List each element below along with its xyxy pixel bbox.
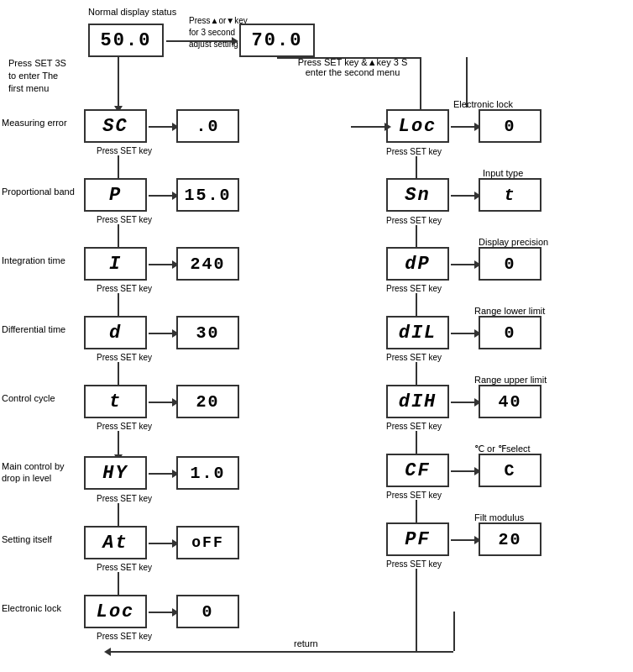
arrow-d-to-val	[149, 333, 174, 334]
arrow-sc-to-val	[149, 126, 174, 128]
lcd-dil-value: 0	[479, 316, 541, 349]
control-cycle-label: Control cycle	[2, 393, 55, 403]
lcd-d-value: 30	[176, 316, 239, 349]
lcd-sc-value: .0	[176, 109, 239, 143]
normal-display-label: Normal display status	[88, 7, 176, 17]
range-upper-label: Range upper limit	[474, 375, 547, 385]
lcd-i-param: I	[84, 247, 147, 281]
lcd-t-value: 20	[176, 385, 239, 418]
main-control-label: Main control bydrop in level	[2, 460, 65, 484]
setting-itself-label: Setting itself	[2, 534, 52, 544]
electronic-lock-right-label: Electronic lock	[453, 99, 513, 109]
lcd-hy-value: 1.0	[176, 456, 239, 490]
lcd-normal-status: 50.0	[88, 24, 164, 57]
line-down-to-return	[416, 569, 417, 651]
press-set-r6: Press SET key	[386, 491, 442, 500]
lcd-dp-value: 0	[479, 247, 541, 281]
lcd-sn-value: t	[479, 178, 541, 212]
lcd-dil-param: dIL	[386, 316, 449, 349]
arrow-down-r6	[416, 500, 417, 525]
arrow-loc-left-to-val	[149, 612, 174, 613]
lcd-cf-value: C	[479, 454, 541, 487]
lcd-loc-right-param: Loc	[386, 109, 449, 143]
arrow-down-2	[118, 224, 119, 249]
lcd-adjust-value: 70.0	[239, 24, 315, 57]
lcd-d-param: d	[84, 316, 147, 349]
press-set-up-label: Press SET key &▲key 3 Senter the second …	[260, 57, 445, 77]
press-set-3s-label: Press SET 3Sto enter Thefirst menu	[8, 57, 66, 95]
arrow-p-to-val	[149, 195, 174, 197]
lcd-dih-value: 40	[479, 385, 541, 418]
lcd-t-param: t	[84, 385, 147, 418]
filt-modulus-label: Filt modulus	[474, 512, 524, 522]
arrow-at-to-val	[149, 543, 174, 544]
press-set-3: Press SET key	[97, 284, 152, 293]
proportional-label: Proportional band	[2, 186, 75, 197]
arrow-down-4	[118, 362, 119, 387]
arrow-dp-to-val	[451, 264, 476, 265]
arrow-down-6	[118, 503, 119, 528]
arrow-dih-to-val	[451, 402, 476, 403]
lcd-loc-left-param: Loc	[84, 595, 147, 628]
input-type-label: Input type	[483, 168, 523, 178]
press-set-r4: Press SET key	[386, 353, 442, 362]
lcd-cf-param: CF	[386, 454, 449, 487]
electronic-lock-left-label: Electronic lock	[2, 603, 61, 613]
arrow-down-1	[118, 155, 119, 181]
arrow-i-to-val	[149, 264, 174, 265]
differential-label: Differential time	[2, 324, 65, 334]
arrow-down-r3	[416, 293, 417, 318]
press-set-2: Press SET key	[97, 215, 152, 224]
arrow-t-to-val	[149, 402, 174, 403]
arrow-down-7	[118, 572, 119, 597]
return-label: return	[294, 638, 318, 648]
arrow-down-5	[118, 431, 119, 456]
return-line-h	[118, 651, 453, 653]
lcd-dp-param: dP	[386, 247, 449, 281]
arrow-cf-to-val	[451, 470, 476, 472]
lcd-at-param: At	[84, 526, 147, 559]
press-set-r2: Press SET key	[386, 216, 442, 225]
press-set-r5: Press SET key	[386, 422, 442, 431]
arrow-pf-to-val	[451, 539, 476, 541]
diagram: Normal display status 50.0 Press▲or▼keyf…	[0, 0, 633, 672]
lcd-pf-param: PF	[386, 522, 449, 556]
lcd-pf-value: 20	[479, 522, 541, 556]
press-set-8: Press SET key	[97, 632, 152, 641]
arrow-sn-to-val	[451, 195, 476, 197]
line-v-second-menu	[420, 57, 421, 109]
press-set-1: Press SET key	[97, 146, 152, 155]
press-set-r3: Press SET key	[386, 284, 442, 293]
display-precision-label: Display precision	[479, 237, 548, 247]
lcd-hy-param: HY	[84, 456, 147, 490]
return-arrow	[109, 651, 119, 653]
arrow-dil-to-val	[451, 333, 476, 334]
measuring-error-label: Measuring error	[2, 118, 67, 128]
integration-label: Integration time	[2, 255, 65, 265]
lcd-loc-left-value: 0	[176, 595, 239, 628]
press-set-4: Press SET key	[97, 353, 152, 362]
lcd-dih-param: dIH	[386, 385, 449, 418]
press-set-6: Press SET key	[97, 494, 152, 503]
press-set-7: Press SET key	[97, 563, 152, 572]
press-set-5: Press SET key	[97, 422, 152, 431]
lcd-p-value: 15.0	[176, 178, 239, 212]
press-set-r1: Press SET key	[386, 147, 442, 156]
lcd-at-value: oFF	[176, 526, 239, 559]
lcd-sn-param: Sn	[386, 178, 449, 212]
arrow-down-r4	[416, 362, 417, 387]
line-v-left-main	[118, 57, 119, 109]
lcd-p-param: P	[84, 178, 147, 212]
line-h-second-menu	[277, 57, 420, 59]
range-lower-label: Range lower limit	[474, 306, 545, 316]
arrow-down-3	[118, 293, 119, 318]
arrow-h-to-loc	[351, 126, 386, 128]
press-set-r7: Press SET key	[386, 559, 442, 569]
arrow-hy-to-val	[149, 473, 174, 475]
arrow-loc-right-to-val	[451, 126, 476, 128]
lcd-loc-right-value: 0	[479, 109, 541, 143]
lcd-i-value: 240	[176, 247, 239, 281]
return-line-v-right	[453, 612, 455, 651]
lcd-sc-param: SC	[84, 109, 147, 143]
arrow-to-adjust	[166, 40, 233, 42]
